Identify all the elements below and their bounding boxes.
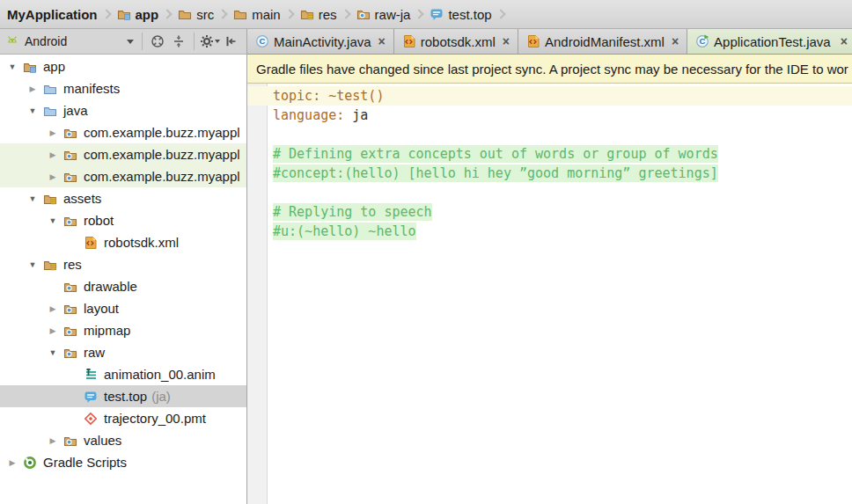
tree-item-layout[interactable]: ▶layout: [0, 297, 246, 319]
package-folder-icon: [63, 126, 78, 140]
tab-mainactivity-java[interactable]: CMainActivity.java×: [247, 29, 394, 54]
tree-item-label: Gradle Scripts: [43, 455, 127, 470]
tree-item-com-example-buzz-myappl[interactable]: ▶com.example.buzz.myappl: [0, 143, 246, 165]
chevron-separator-icon: [163, 9, 173, 18]
folder-icon: [233, 7, 247, 21]
chevron-expanded-icon[interactable]: ▼: [26, 194, 40, 203]
tab-applicationtest-java[interactable]: CApplicationTest.java×: [687, 29, 852, 54]
tree-item-trajectory-00-pmt[interactable]: trajectory_00.pmt: [0, 407, 246, 429]
chevron-separator-icon: [496, 9, 505, 18]
breadcrumb-item-test-top[interactable]: test.top: [430, 7, 491, 22]
chevron-collapsed-icon[interactable]: ▶: [46, 172, 60, 181]
source-folder-icon: [63, 434, 78, 448]
java-class-icon: C: [255, 34, 269, 48]
tree-item-raw[interactable]: ▼raw: [0, 341, 246, 363]
chevron-expanded-icon[interactable]: ▼: [5, 62, 19, 71]
tree-item-label: mipmap: [84, 323, 130, 338]
tab-robotsdk-xml[interactable]: robotsdk.xml×: [394, 29, 518, 54]
close-icon[interactable]: ×: [672, 35, 679, 47]
chevron-collapsed-icon[interactable]: ▶: [26, 84, 40, 93]
source-folder-icon: [63, 214, 78, 228]
tree-item-label: drawable: [84, 279, 137, 294]
chat-file-icon: [430, 7, 444, 21]
project-tree: ▼app▶manifests▼java▶com.example.buzz.mya…: [0, 55, 247, 504]
tree-item-com-example-buzz-myappl[interactable]: ▶com.example.buzz.myappl: [0, 165, 246, 187]
package-folder-icon: [63, 148, 78, 162]
tree-item-assets[interactable]: ▼assets: [0, 187, 246, 209]
tree-item-gradle-scripts[interactable]: ▶Gradle Scripts: [0, 451, 246, 473]
chat-file-icon: [84, 390, 99, 404]
tab-label: AndroidManifest.xml: [545, 34, 665, 49]
chevron-expanded-icon[interactable]: ▼: [26, 260, 40, 269]
chevron-collapsed-icon[interactable]: ▶: [46, 326, 60, 335]
breadcrumb-label: app: [136, 7, 159, 22]
chevron-collapsed-icon[interactable]: ▶: [46, 436, 60, 445]
tab-androidmanifest-xml[interactable]: AndroidManifest.xml×: [518, 29, 687, 54]
hide-panel-button[interactable]: [223, 33, 239, 49]
editor-tab-bar: CMainActivity.java×robotsdk.xml×AndroidM…: [247, 29, 852, 55]
folder-icon: [178, 7, 192, 21]
tree-item-drawable[interactable]: drawable: [0, 275, 246, 297]
close-icon[interactable]: ×: [841, 35, 848, 47]
tree-item-label: layout: [84, 301, 119, 316]
tree-item-label: java: [63, 103, 88, 118]
chevron-collapsed-icon[interactable]: ▶: [46, 150, 60, 159]
tree-item-app[interactable]: ▼app: [0, 55, 246, 77]
breadcrumb-item-myapplication[interactable]: MyApplication: [7, 7, 98, 22]
code-area[interactable]: topic: ~test()language: ja# Defining ext…: [268, 84, 852, 241]
tree-item-manifests[interactable]: ▶manifests: [0, 77, 246, 99]
chevron-collapsed-icon[interactable]: ▶: [46, 304, 60, 313]
breadcrumb-item-raw-ja[interactable]: raw-ja: [356, 7, 411, 22]
tree-item-animation-00-anim[interactable]: animation_00.anim: [0, 363, 246, 385]
source-folder-icon: [63, 324, 78, 338]
chevron-collapsed-icon[interactable]: ▶: [46, 128, 60, 137]
code-line: [273, 183, 852, 202]
code-token-plain: ja: [352, 107, 368, 123]
close-icon[interactable]: ×: [503, 35, 510, 47]
chevron-expanded-icon[interactable]: ▼: [46, 216, 60, 225]
collapse-all-button[interactable]: [171, 33, 187, 49]
blue-folder-icon: [43, 82, 58, 96]
chevron-expanded-icon[interactable]: ▼: [46, 348, 60, 357]
settings-button[interactable]: [202, 33, 217, 49]
xml-file-icon: [526, 34, 540, 48]
xml-file-icon: [84, 236, 99, 250]
breadcrumb-item-res[interactable]: res: [300, 7, 337, 22]
tree-item-java[interactable]: ▼java: [0, 99, 246, 121]
source-folder-icon: [63, 302, 78, 316]
breadcrumb-item-main[interactable]: main: [233, 7, 281, 22]
chevron-collapsed-icon[interactable]: ▶: [5, 458, 19, 467]
chevron-separator-icon: [415, 9, 424, 18]
tree-item-robotsdk-xml[interactable]: robotsdk.xml: [0, 231, 246, 253]
res-folder-icon: [43, 258, 58, 272]
tree-item-robot[interactable]: ▼robot: [0, 209, 246, 231]
close-icon[interactable]: ×: [378, 35, 386, 47]
breadcrumb-label: res: [319, 7, 337, 22]
editor[interactable]: topic: ~test()language: ja# Defining ext…: [247, 84, 852, 504]
tree-item-label: animation_00.anim: [104, 367, 216, 382]
chevron-expanded-icon[interactable]: ▼: [26, 106, 40, 115]
code-token-comment: #u:(~hello) ~hello: [273, 223, 416, 240]
toolbar-divider: [142, 33, 143, 50]
tree-item-com-example-buzz-myappl[interactable]: ▶com.example.buzz.myappl: [0, 121, 246, 143]
tree-item-mipmap[interactable]: ▶mipmap: [0, 319, 246, 341]
code-line: [273, 125, 852, 144]
tree-item-test-top[interactable]: test.top(ja): [0, 385, 246, 407]
editor-gutter[interactable]: [247, 84, 268, 504]
tab-label: ApplicationTest.java: [714, 34, 831, 49]
breadcrumb-label: src: [196, 7, 214, 22]
breadcrumb-item-src[interactable]: src: [178, 7, 214, 22]
tree-item-values[interactable]: ▶values: [0, 429, 246, 451]
module-folder-icon: [23, 60, 38, 74]
module-folder-icon: [117, 7, 131, 21]
hide-panel-icon: [224, 34, 238, 48]
scroll-from-source-button[interactable]: [150, 33, 165, 49]
chevron-separator-icon: [218, 9, 228, 18]
tree-item-res[interactable]: ▼res: [0, 253, 246, 275]
view-selector-label: Android: [25, 34, 67, 48]
breadcrumb-label: main: [252, 7, 281, 22]
tree-item-label: raw: [84, 345, 105, 360]
project-view-selector[interactable]: Android: [4, 34, 137, 48]
breadcrumb-item-app[interactable]: app: [117, 7, 159, 22]
ide-window: MyApplicationappsrcmainresraw-jatest.top…: [0, 0, 852, 504]
